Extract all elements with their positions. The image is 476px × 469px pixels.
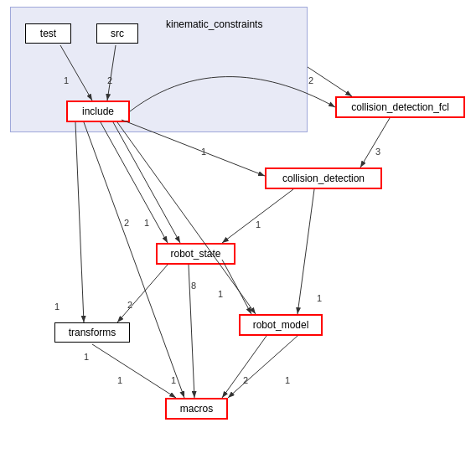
svg-line-25 [298,189,314,314]
node-collision-detection-fcl: collision_detection_fcl [335,96,465,118]
svg-text:1: 1 [144,218,149,228]
node-include: include [66,100,130,122]
svg-line-19 [117,265,168,322]
svg-text:3: 3 [375,147,380,157]
svg-text:1: 1 [218,289,223,299]
svg-text:8: 8 [191,281,196,291]
svg-text:1: 1 [285,375,290,385]
svg-line-11 [101,122,168,243]
svg-text:2: 2 [243,375,248,385]
svg-text:1: 1 [256,219,261,229]
svg-text:2: 2 [124,218,129,228]
svg-line-21 [117,122,256,314]
node-collision-detection: collision_detection [265,168,382,189]
svg-line-31 [189,265,194,398]
svg-line-27 [92,344,176,398]
svg-text:1: 1 [201,147,206,157]
svg-line-23 [222,260,251,314]
svg-text:1: 1 [171,375,176,385]
svg-line-15 [222,189,293,243]
svg-line-5 [308,67,352,96]
dependency-diagram: test src kinematic_constraints include c… [0,0,476,469]
svg-text:2: 2 [127,300,132,310]
svg-text:1: 1 [84,352,89,362]
svg-line-13 [113,122,180,243]
node-robot-model: robot_model [239,314,323,336]
svg-text:2: 2 [308,75,313,85]
node-macros: macros [165,398,228,420]
svg-line-35 [228,336,298,398]
node-test: test [25,23,71,44]
svg-line-33 [222,336,266,398]
svg-line-17 [75,122,84,322]
svg-text:1: 1 [117,375,122,385]
svg-text:1: 1 [317,293,322,303]
node-transforms: transforms [54,322,130,343]
svg-text:1: 1 [54,302,60,312]
svg-line-7 [360,118,390,168]
node-kinematic-constraints-label: kinematic_constraints [159,15,269,34]
node-src: src [96,23,138,44]
node-robot-state: robot_state [156,243,235,265]
